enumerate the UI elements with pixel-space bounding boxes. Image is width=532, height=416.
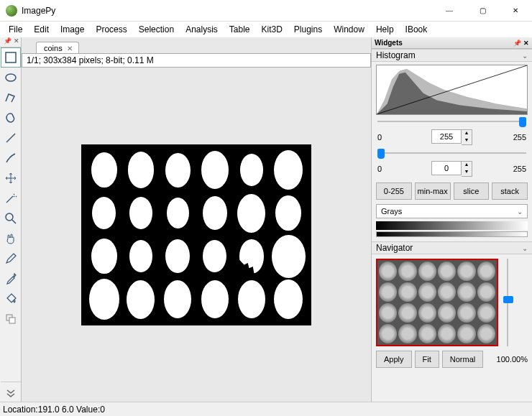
navigator-thumbnail[interactable] xyxy=(376,259,498,346)
svg-rect-6 xyxy=(9,318,15,323)
line-icon[interactable] xyxy=(1,128,21,148)
svg-line-2 xyxy=(6,134,15,142)
menu-edit[interactable]: Edit xyxy=(28,23,55,36)
btn-normal[interactable]: Normal xyxy=(442,351,483,368)
maximize-button[interactable]: ▢ xyxy=(466,0,499,22)
navigator-zoom-slider[interactable] xyxy=(503,259,513,346)
hist-upper-spinner[interactable]: ▲▼ xyxy=(431,129,472,145)
menu-analysis[interactable]: Analysis xyxy=(180,23,224,36)
colormap-gradient xyxy=(376,221,528,230)
eyedropper-icon[interactable] xyxy=(1,269,21,289)
hist-min-label2: 0 xyxy=(377,165,398,173)
hist-upper-input[interactable] xyxy=(431,129,462,144)
colormap-label: Grays xyxy=(377,207,406,216)
close-button[interactable]: ✕ xyxy=(499,0,532,22)
btn-apply[interactable]: Apply xyxy=(376,351,412,368)
magic-wand-icon[interactable] xyxy=(1,188,21,208)
image-info-bar: 1/1; 303x384 pixels; 8-bit; 0.11 M xyxy=(22,53,371,68)
histogram-lower-slider[interactable] xyxy=(377,148,526,158)
svg-point-3 xyxy=(6,213,13,221)
colormap-select[interactable]: Grays ⌄ xyxy=(376,204,528,218)
menu-file[interactable]: File xyxy=(3,23,28,36)
tab-close-icon[interactable]: ✕ xyxy=(67,45,73,52)
histogram-chart xyxy=(376,65,528,115)
svg-line-4 xyxy=(12,220,16,223)
menu-process[interactable]: Process xyxy=(90,23,132,36)
menu-window[interactable]: Window xyxy=(328,23,370,36)
menu-image[interactable]: Image xyxy=(55,23,90,36)
rect-select-icon[interactable] xyxy=(1,47,21,68)
freehand-select-icon[interactable] xyxy=(1,108,21,128)
status-bar: Location:191.0 6.0 Value:0 xyxy=(0,402,532,416)
menu-plugins[interactable]: Plugins xyxy=(288,23,328,36)
widgets-title: Widgets xyxy=(375,39,403,47)
move-icon[interactable] xyxy=(1,168,21,188)
spin-down-icon[interactable]: ▼ xyxy=(462,137,472,144)
widgets-header: Widgets 📌 ✕ xyxy=(372,37,532,49)
polygon-select-icon[interactable] xyxy=(1,88,21,108)
btn-fit[interactable]: Fit xyxy=(415,351,439,368)
btn-0-255[interactable]: 0-255 xyxy=(376,182,412,200)
histogram-header[interactable]: Histogram ⌄ xyxy=(372,49,532,62)
tab-label: coins xyxy=(44,44,63,52)
histogram-upper-slider[interactable] xyxy=(377,116,526,126)
zoom-icon[interactable] xyxy=(1,208,21,228)
spin-up-icon[interactable]: ▲ xyxy=(462,130,472,137)
hand-icon[interactable] xyxy=(1,228,21,249)
pin-icon[interactable]: 📌 ✕ xyxy=(0,37,21,47)
spin-up-icon[interactable]: ▲ xyxy=(462,162,472,169)
hist-max-label2: 255 xyxy=(506,165,526,173)
menu-kit3d[interactable]: Kit3D xyxy=(256,23,288,36)
chevrons-down-icon[interactable] xyxy=(1,382,21,402)
ellipse-select-icon[interactable] xyxy=(1,68,21,88)
menu-table[interactable]: Table xyxy=(224,23,256,36)
wand-icon[interactable] xyxy=(1,148,21,168)
histogram-title: Histogram xyxy=(376,50,416,60)
color-icon[interactable] xyxy=(1,309,21,329)
navigator-header[interactable]: Navigator ⌄ xyxy=(372,241,532,254)
menu-selection[interactable]: Selection xyxy=(133,23,180,36)
svg-point-1 xyxy=(6,74,16,81)
bucket-icon[interactable] xyxy=(1,289,21,309)
minimize-button[interactable]: — xyxy=(433,0,466,22)
chevron-down-icon: ⌄ xyxy=(513,208,527,216)
window-title: ImagePy xyxy=(22,6,433,16)
btn-slice[interactable]: slice xyxy=(454,182,490,200)
left-toolbar: 📌 ✕ xyxy=(0,37,22,402)
hist-max-label: 255 xyxy=(506,133,526,142)
menu-bar: File Edit Image Process Selection Analys… xyxy=(0,22,532,37)
hist-lower-spinner[interactable]: ▲▼ xyxy=(431,161,472,177)
spin-down-icon[interactable]: ▼ xyxy=(462,169,472,176)
menu-help[interactable]: Help xyxy=(370,23,400,36)
btn-min-max[interactable]: min-max xyxy=(415,182,451,200)
svg-rect-0 xyxy=(6,52,16,63)
panel-pin-icon[interactable]: 📌 ✕ xyxy=(513,40,529,47)
zoom-percent: 100.00% xyxy=(497,355,528,364)
app-icon xyxy=(6,5,17,17)
chevron-down-icon: ⌄ xyxy=(522,52,528,60)
navigator-title: Navigator xyxy=(376,243,413,253)
hist-lower-input[interactable] xyxy=(431,161,462,175)
menu-ibook[interactable]: IBook xyxy=(400,23,434,36)
colormap-gradient-2 xyxy=(376,231,528,237)
chevron-down-icon: ⌄ xyxy=(522,244,528,252)
hist-min-label: 0 xyxy=(377,133,398,142)
pencil-icon[interactable] xyxy=(1,249,21,269)
image-canvas[interactable] xyxy=(81,144,311,325)
tab-coins[interactable]: coins ✕ xyxy=(36,42,79,53)
btn-stack[interactable]: stack xyxy=(492,182,528,200)
